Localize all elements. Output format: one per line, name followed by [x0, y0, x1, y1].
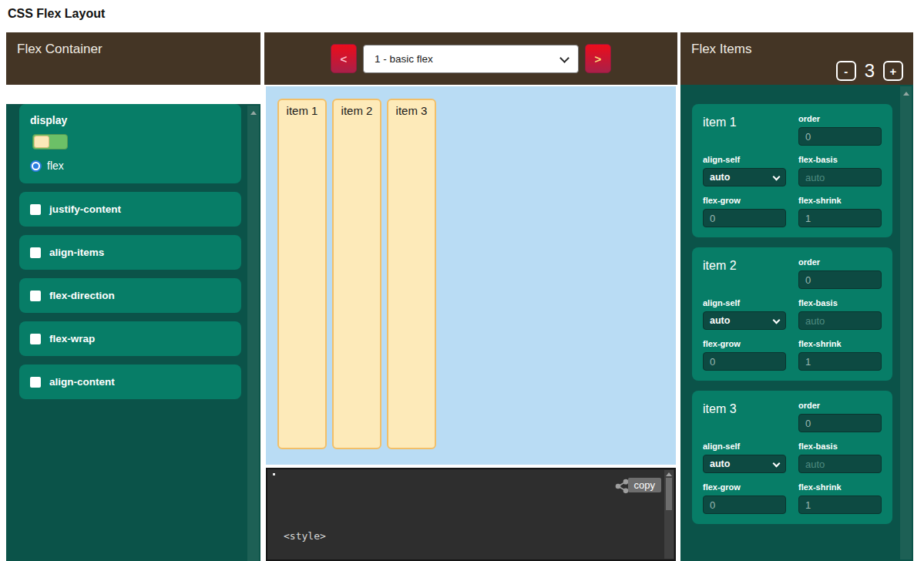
- flex-grow-input[interactable]: [703, 209, 786, 227]
- flex-items-panel-body: item 1 order align-self auto flex-basis …: [680, 85, 913, 561]
- control-label: justify-content: [49, 203, 121, 215]
- chevron-down-icon: [773, 460, 781, 468]
- order-input[interactable]: [798, 270, 882, 289]
- copy-button[interactable]: copy: [628, 478, 661, 492]
- flex-container-preview: item 1 item 2 item 3: [266, 86, 676, 465]
- code-line: <style>: [284, 529, 398, 543]
- flex-item-card-2: item 2 order align-self auto flex-basis …: [692, 247, 892, 381]
- flex-basis-group: flex-basis: [798, 155, 882, 186]
- checkbox-icon[interactable]: [30, 204, 41, 215]
- flex-basis-group: flex-basis: [798, 442, 882, 473]
- flex-grow-input[interactable]: [703, 352, 786, 371]
- code-cursor-dot: [273, 473, 275, 475]
- control-card-justify-content[interactable]: justify-content: [19, 192, 241, 227]
- chevron-down-icon: [559, 53, 570, 63]
- flex-item-name: item 3: [703, 401, 786, 432]
- align-self-label: align-self: [703, 442, 786, 451]
- flex-basis-label: flex-basis: [798, 155, 882, 164]
- align-self-value: auto: [710, 172, 730, 183]
- flex-basis-input[interactable]: [798, 168, 882, 186]
- decrease-items-button[interactable]: -: [836, 61, 856, 81]
- radio-selected-icon[interactable]: [30, 160, 42, 172]
- checkbox-icon[interactable]: [30, 247, 41, 258]
- flex-grow-group: flex-grow: [703, 482, 786, 514]
- flex-items-panel-title: Flex Items: [691, 42, 751, 56]
- flex-container-panel-body: display flex justify-content align-items…: [6, 104, 260, 561]
- control-card-align-items[interactable]: align-items: [19, 235, 241, 270]
- preview-flex-item-1: item 1: [277, 99, 327, 449]
- flex-item-card-3: item 3 order align-self auto flex-basis …: [692, 391, 892, 524]
- left-panel-scrollbar[interactable]: [247, 106, 259, 561]
- checkbox-icon[interactable]: [30, 291, 41, 301]
- flex-item-card-1: item 1 order align-self auto flex-basis …: [692, 104, 892, 237]
- page-title: CSS Flex Layout: [8, 7, 105, 21]
- display-label: display: [30, 114, 230, 126]
- flex-shrink-label: flex-shrink: [798, 196, 882, 205]
- code-panel: copy <style> .flex-container { display: …: [266, 468, 676, 561]
- align-self-select[interactable]: auto: [703, 168, 786, 186]
- control-card-align-content[interactable]: align-content: [19, 364, 241, 399]
- order-label: order: [798, 401, 882, 410]
- scrollbar-thumb[interactable]: [666, 478, 672, 510]
- flex-basis-label: flex-basis: [798, 442, 882, 451]
- flex-grow-group: flex-grow: [703, 339, 786, 371]
- flex-basis-input[interactable]: [798, 455, 882, 473]
- checkbox-icon[interactable]: [30, 377, 41, 388]
- preview-flex-item-2: item 2: [332, 99, 381, 449]
- flex-shrink-group: flex-shrink: [798, 196, 882, 227]
- flex-shrink-input[interactable]: [798, 209, 882, 227]
- order-input[interactable]: [798, 414, 882, 432]
- prev-example-button[interactable]: <: [331, 44, 357, 73]
- order-input[interactable]: [798, 127, 882, 146]
- flex-grow-group: flex-grow: [703, 196, 786, 227]
- flex-item-name: item 1: [703, 114, 786, 146]
- item-count-value: 3: [865, 60, 875, 82]
- chevron-down-icon: [773, 173, 781, 181]
- right-panel-scrollbar[interactable]: [900, 86, 912, 559]
- scroll-up-icon[interactable]: [903, 92, 909, 96]
- order-label: order: [798, 114, 882, 123]
- code-text: <style> .flex-container { display: flex;: [284, 499, 398, 561]
- flex-items-panel-header: Flex Items - 3 +: [680, 32, 913, 85]
- align-self-group: align-self auto: [703, 155, 786, 186]
- order-group: order: [798, 114, 882, 146]
- display-flex-option[interactable]: flex: [30, 160, 230, 172]
- align-self-value: auto: [710, 315, 730, 326]
- example-select-value: 1 - basic flex: [375, 53, 433, 65]
- display-control-card: display flex: [19, 104, 241, 183]
- flex-shrink-group: flex-shrink: [798, 339, 882, 371]
- control-label: align-items: [49, 247, 104, 258]
- next-example-button[interactable]: >: [585, 44, 611, 73]
- flex-container-panel-title: Flex Container: [17, 42, 102, 56]
- display-flex-radio-label: flex: [47, 160, 64, 172]
- control-label: flex-direction: [49, 290, 115, 301]
- flex-shrink-input[interactable]: [798, 495, 882, 514]
- flex-container-panel: Flex Container display flex justify-cont…: [6, 32, 260, 557]
- flex-shrink-input[interactable]: [798, 352, 882, 371]
- flex-basis-label: flex-basis: [798, 298, 882, 307]
- example-nav-header: < 1 - basic flex >: [264, 32, 677, 85]
- align-self-label: align-self: [703, 155, 786, 164]
- example-select[interactable]: 1 - basic flex: [363, 45, 579, 73]
- preview-flex-item-3: item 3: [387, 99, 436, 449]
- align-self-select[interactable]: auto: [703, 311, 786, 330]
- toggle-knob: [34, 136, 49, 148]
- flex-shrink-label: flex-shrink: [798, 482, 882, 492]
- checkbox-icon[interactable]: [30, 334, 41, 344]
- scroll-up-icon[interactable]: [666, 472, 672, 476]
- control-label: align-content: [49, 376, 115, 388]
- control-card-flex-wrap[interactable]: flex-wrap: [19, 321, 241, 356]
- flex-shrink-label: flex-shrink: [798, 339, 882, 348]
- align-self-value: auto: [710, 459, 730, 469]
- flex-grow-label: flex-grow: [703, 196, 786, 205]
- display-toggle[interactable]: [32, 134, 68, 149]
- control-card-flex-direction[interactable]: flex-direction: [19, 278, 241, 313]
- code-panel-scrollbar[interactable]: [664, 470, 674, 559]
- align-self-select[interactable]: auto: [703, 455, 786, 473]
- flex-items-panel: Flex Items - 3 + item 1 order align-self…: [680, 32, 913, 561]
- flex-grow-input[interactable]: [703, 495, 786, 514]
- flex-basis-input[interactable]: [798, 311, 882, 330]
- increase-items-button[interactable]: +: [883, 61, 903, 81]
- scroll-up-icon[interactable]: [250, 111, 257, 115]
- align-self-group: align-self auto: [703, 298, 786, 330]
